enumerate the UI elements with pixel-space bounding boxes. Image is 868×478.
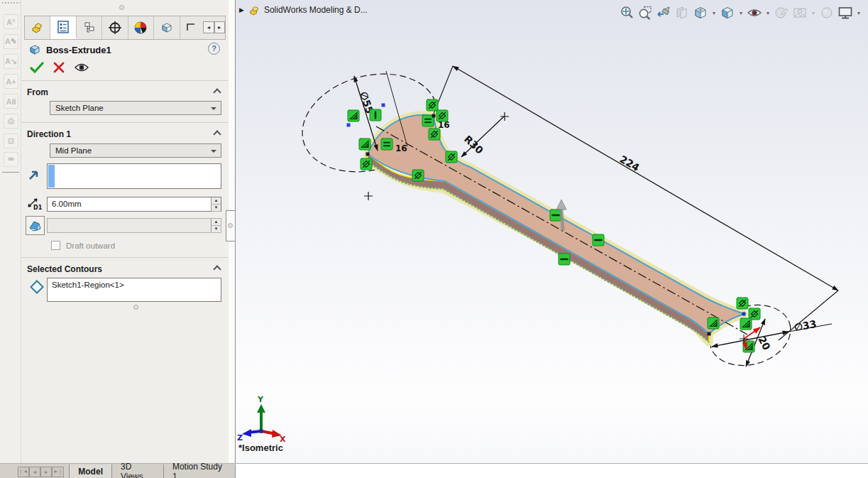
annotation-tool-icon-4[interactable]: A+ bbox=[4, 74, 18, 89]
ok-button[interactable] bbox=[30, 61, 44, 74]
annotation-tool-icon-8[interactable]: ⚮ bbox=[4, 152, 18, 167]
rod-side-face[interactable] bbox=[368, 154, 709, 342]
annotation-tool-icon-1[interactable]: A° bbox=[4, 14, 18, 29]
bracket-icon bbox=[185, 21, 198, 34]
reference-triad: Y X Z bbox=[237, 395, 286, 444]
toolbar-grip-handle[interactable] bbox=[1, 1, 20, 6]
panel-tab-strip: ◄ ► bbox=[24, 16, 226, 40]
svg-text:∅33: ∅33 bbox=[793, 318, 818, 333]
depth-value: 6.00mm bbox=[48, 197, 221, 208]
from-label: From bbox=[27, 87, 48, 97]
draft-angle-value bbox=[48, 219, 221, 221]
depth-d1-icon: D1 bbox=[26, 197, 43, 211]
direction1-label: Direction 1 bbox=[27, 129, 71, 139]
solidworks-window: A° A✎ A↘ A+ A8 ⎙ ⊡ ⚮ bbox=[0, 0, 868, 478]
toolbar-separator bbox=[2, 172, 19, 173]
help-icon[interactable]: ? bbox=[208, 43, 220, 55]
panel-collapse-knob[interactable] bbox=[119, 5, 124, 10]
from-plane-value: Sketch Plane bbox=[55, 104, 104, 112]
tab-feature-manager[interactable] bbox=[25, 16, 50, 39]
end-condition-value: Mid Plane bbox=[55, 146, 92, 155]
triad-z-label: Z bbox=[237, 433, 243, 442]
collapse-chevron-icon[interactable] bbox=[213, 88, 221, 96]
direction1-section-header[interactable]: Direction 1 bbox=[27, 129, 223, 141]
tab-display-manager[interactable] bbox=[128, 16, 154, 39]
boss-extrude-icon bbox=[28, 43, 41, 56]
contour-item[interactable]: Sketch1-Region<1> bbox=[48, 278, 221, 289]
tab-configuration-manager[interactable] bbox=[77, 16, 102, 39]
collapse-chevron-icon[interactable] bbox=[213, 265, 221, 273]
property-manager-panel: ◄ ► Boss-Extrude1 ? bbox=[21, 0, 229, 463]
svg-text:224: 224 bbox=[618, 153, 642, 174]
splitter-knob[interactable] bbox=[228, 223, 233, 228]
property-list-icon bbox=[56, 20, 70, 34]
panel-resize-knob[interactable] bbox=[133, 305, 138, 310]
selected-contours-list[interactable]: Sketch1-Region<1> bbox=[47, 278, 221, 302]
last-tab-button[interactable]: ►❘ bbox=[52, 467, 63, 477]
annotation-tool-icon-7[interactable]: ⊡ bbox=[4, 134, 18, 148]
prev-tab-button[interactable]: ◄ bbox=[29, 467, 40, 477]
tab-property-manager[interactable] bbox=[50, 16, 76, 39]
draft-outward-label: Draft outward bbox=[66, 241, 115, 250]
depth-spinner[interactable]: ▲▼ bbox=[211, 197, 221, 211]
feature-title: Boss-Extrude1 bbox=[46, 45, 111, 55]
display-manager-icon bbox=[133, 21, 148, 35]
draft-angle-input: ▲▼ bbox=[47, 218, 221, 233]
d1-label: D1 bbox=[33, 205, 43, 211]
cancel-button[interactable] bbox=[53, 62, 65, 73]
dropdown-caret-icon bbox=[211, 107, 216, 113]
relation-badge-vertical[interactable] bbox=[370, 109, 381, 121]
tab-motion-study-1[interactable]: Motion Study 1 bbox=[164, 465, 236, 478]
sketch-point[interactable] bbox=[347, 124, 351, 127]
first-tab-button[interactable]: ❘◄ bbox=[18, 467, 29, 477]
triad-y-label: Y bbox=[257, 395, 264, 404]
tab-dimxpert[interactable] bbox=[102, 16, 128, 39]
annotation-tool-icon-3[interactable]: A↘ bbox=[4, 54, 18, 69]
draft-outward-checkbox[interactable] bbox=[51, 241, 60, 250]
divider bbox=[21, 80, 229, 81]
draft-spinner[interactable]: ▲▼ bbox=[211, 219, 221, 232]
configurations-icon bbox=[82, 21, 97, 35]
dimxpert-icon bbox=[108, 21, 122, 35]
part-icon bbox=[31, 21, 45, 35]
panel-top-band bbox=[21, 0, 229, 16]
collapse-chevron-icon[interactable] bbox=[213, 130, 221, 138]
reverse-direction-icon[interactable] bbox=[27, 168, 41, 182]
divider bbox=[21, 257, 229, 258]
direction-reference-box[interactable] bbox=[47, 163, 221, 189]
tab-scroll-left-button[interactable]: ◄ bbox=[203, 21, 214, 33]
cad-sketch-graphics[interactable]: ∅55 224 R30 ∅33 bbox=[236, 0, 868, 463]
tab-overflow[interactable] bbox=[180, 16, 204, 39]
annotation-tool-icon-2[interactable]: A✎ bbox=[4, 34, 18, 49]
contour-diamond-icon bbox=[30, 280, 44, 294]
view-orientation-label: *Isometric bbox=[238, 442, 283, 453]
tab-graphics-properties[interactable] bbox=[154, 16, 180, 39]
bottom-tab-bar: ❘◄ ◄ ► ►❘ Model 3D Views Motion Study 1 bbox=[0, 463, 868, 478]
active-selection-stripe bbox=[48, 165, 55, 188]
annotation-tool-icon-6[interactable]: ⎙ bbox=[4, 114, 18, 129]
depth-input[interactable]: 6.00mm ▲▼ bbox=[47, 197, 221, 212]
from-plane-dropdown[interactable]: Sketch Plane bbox=[50, 101, 221, 115]
annotation-tool-icon-5[interactable]: A8 bbox=[4, 94, 18, 109]
draft-icon bbox=[28, 218, 43, 233]
from-section-header[interactable]: From bbox=[27, 87, 223, 99]
dimension-fillet-radius[interactable]: R30 bbox=[461, 112, 509, 157]
preview-eye-button[interactable] bbox=[74, 62, 89, 73]
draft-button[interactable] bbox=[26, 216, 45, 235]
graphics-viewport[interactable]: ▶ SolidWorks Modeling & D... bbox=[236, 0, 868, 463]
sketch-point[interactable] bbox=[382, 104, 385, 107]
next-tab-button[interactable]: ► bbox=[40, 467, 52, 477]
contours-section-header[interactable]: Selected Contours bbox=[27, 264, 223, 276]
tab-scroll-right-button[interactable]: ► bbox=[214, 21, 225, 33]
end-condition-dropdown[interactable]: Mid Plane bbox=[50, 143, 221, 158]
divider bbox=[21, 122, 229, 123]
tab-model[interactable]: Model bbox=[69, 465, 112, 478]
splitter-handle[interactable] bbox=[226, 210, 235, 241]
bottom-tabs-area: ❘◄ ◄ ► ►❘ Model 3D Views Motion Study 1 bbox=[0, 464, 236, 478]
sketch-profile-lower[interactable] bbox=[368, 163, 709, 342]
tab-3d-views[interactable]: 3D Views bbox=[112, 465, 164, 478]
point-marker bbox=[364, 192, 373, 200]
left-annotation-toolbar: A° A✎ A↘ A+ A8 ⎙ ⊡ ⚮ bbox=[0, 0, 21, 463]
dropdown-caret-icon bbox=[211, 150, 216, 156]
equal-value-label[interactable]: 16 bbox=[395, 143, 407, 153]
